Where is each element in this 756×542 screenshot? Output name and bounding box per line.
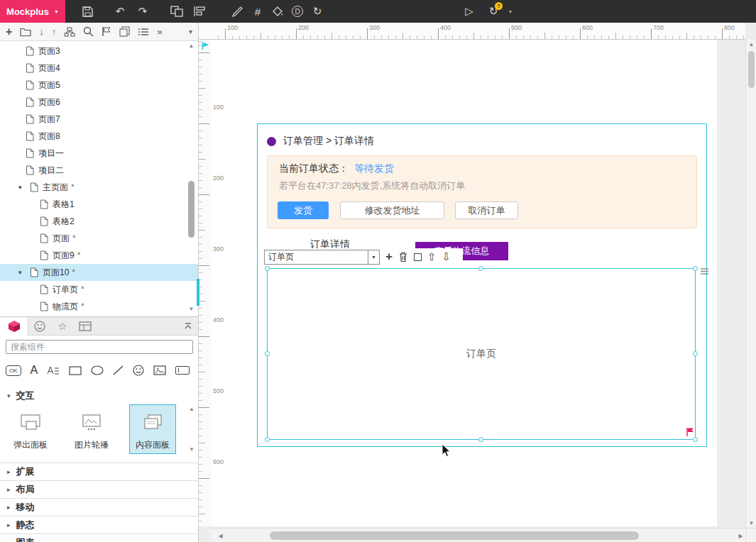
image-component[interactable]: [153, 365, 166, 375]
modify-address-button[interactable]: 修改发货地址: [340, 201, 444, 219]
list-view-button[interactable]: [138, 28, 149, 36]
resize-handle[interactable]: [478, 437, 483, 442]
duplicate-page-button[interactable]: [119, 26, 130, 37]
page-item-页面5[interactable]: 页面5: [0, 77, 198, 94]
page-item-页面7[interactable]: 页面7: [0, 111, 198, 128]
design-mode-button[interactable]: D: [288, 0, 307, 23]
redo-button[interactable]: ↷: [133, 0, 152, 23]
section-移动[interactable]: ▸移动: [0, 498, 198, 516]
component-image-carousel[interactable]: 图片轮播: [68, 404, 115, 454]
undo-button[interactable]: ↶: [111, 0, 129, 23]
move-state-down-button[interactable]: ⇩: [442, 250, 451, 263]
scrollbar-thumb[interactable]: [748, 51, 755, 88]
widget-menu-button[interactable]: [700, 267, 709, 278]
input-component[interactable]: [175, 366, 190, 375]
mockplus-logo-menu[interactable]: Mockplus ▼: [0, 0, 65, 23]
section-扩展[interactable]: ▸扩展: [0, 463, 198, 480]
scroll-left-icon[interactable]: ◀: [216, 529, 225, 542]
scrollbar-thumb[interactable]: [270, 531, 639, 540]
rotate-button[interactable]: ↻: [308, 0, 327, 23]
page-item-项目二[interactable]: 项目二: [0, 162, 198, 179]
move-state-up-button[interactable]: ⇧: [427, 250, 437, 263]
order-status-panel[interactable]: 当前订单状态：等待发货 若平台在47:37:28内发货,系统将自动取消订单 发货…: [267, 155, 697, 228]
page-item-项目一[interactable]: 项目一: [0, 145, 198, 162]
tab-favorites[interactable]: ☆: [51, 317, 74, 336]
rectangle-state-icon[interactable]: [414, 253, 422, 261]
scroll-down-icon[interactable]: ▼: [187, 446, 196, 453]
search-components-input[interactable]: [6, 340, 193, 354]
page-item-主页面[interactable]: ▾主页面*: [0, 179, 198, 196]
text-component[interactable]: A: [31, 364, 38, 377]
panel-page-select[interactable]: 订单页 ▼: [264, 250, 380, 265]
rectangle-component[interactable]: [69, 366, 82, 375]
content-panel-widget[interactable]: 订单页: [267, 268, 696, 440]
page-item-页面9[interactable]: 页面9*: [0, 247, 198, 264]
canvas-area[interactable]: 100200300400500600700800 100200300400500…: [199, 23, 756, 542]
resize-handle[interactable]: [693, 351, 698, 356]
flag-button[interactable]: [102, 26, 111, 37]
grid-button[interactable]: #: [248, 0, 267, 23]
cancel-order-button[interactable]: 取消订单: [455, 201, 518, 219]
scroll-up-icon[interactable]: ▲: [187, 43, 196, 51]
ok-button-component[interactable]: OK: [6, 365, 21, 376]
refresh-button[interactable]: ↻ ?: [484, 0, 503, 23]
scroll-up-icon[interactable]: ▲: [746, 40, 756, 49]
search-pages-button[interactable]: [83, 26, 94, 37]
section-interactive[interactable]: ▾ 交互: [0, 387, 198, 404]
page-item-物流页[interactable]: 物流页*: [0, 298, 198, 315]
tab-components[interactable]: [0, 317, 28, 336]
scrollbar-thumb[interactable]: [188, 181, 195, 238]
scroll-down-icon[interactable]: ▼: [187, 306, 196, 314]
save-button[interactable]: [78, 0, 97, 23]
resize-handle[interactable]: [693, 266, 698, 271]
page-item-页面10[interactable]: ▾页面10*: [0, 264, 198, 281]
move-up-button[interactable]: ↑: [52, 26, 57, 37]
resize-handle[interactable]: [478, 266, 483, 271]
resize-handle[interactable]: [265, 266, 270, 271]
emoji-component[interactable]: [133, 365, 144, 376]
group-button[interactable]: [168, 0, 186, 23]
status-value-link[interactable]: 等待发货: [354, 162, 394, 174]
more-tools-button[interactable]: »: [157, 26, 162, 37]
format-painter-button[interactable]: [229, 0, 247, 23]
ship-button[interactable]: 发货: [278, 201, 329, 219]
dropdown-caret-icon[interactable]: ▼: [368, 250, 379, 264]
add-folder-button[interactable]: [20, 27, 31, 37]
preview-options-button[interactable]: ▼: [501, 0, 520, 23]
interaction-flag-icon[interactable]: [686, 427, 694, 439]
scroll-up-icon[interactable]: ▲: [187, 406, 196, 412]
page-item-订单页[interactable]: 订单页*: [0, 281, 198, 298]
page-item-表格2[interactable]: 表格2: [0, 213, 198, 230]
tree-view-button[interactable]: [64, 27, 75, 37]
ellipse-component[interactable]: [91, 365, 104, 375]
section-布局[interactable]: ▸布局: [0, 480, 198, 498]
component-popup-panel[interactable]: 弹出面板: [7, 404, 54, 454]
page-item-页面3[interactable]: 页面3: [0, 43, 198, 60]
align-button[interactable]: [190, 0, 209, 23]
collapse-panel-button[interactable]: ▾: [189, 28, 192, 35]
add-page-button[interactable]: +: [6, 26, 12, 38]
collapse-components-button[interactable]: [184, 317, 192, 336]
fill-button[interactable]: [268, 0, 287, 23]
panel-divider-handle[interactable]: [197, 279, 199, 306]
page-item-页面8[interactable]: 页面8: [0, 128, 198, 145]
page-item-页面6[interactable]: 页面6: [0, 94, 198, 111]
delete-state-button[interactable]: [398, 251, 408, 262]
scroll-right-icon[interactable]: ▶: [736, 529, 745, 542]
page-start-marker-icon[interactable]: [202, 42, 209, 52]
expand-caret-icon[interactable]: ▾: [18, 269, 22, 276]
page-item-页面[interactable]: 页面*: [0, 230, 198, 247]
add-state-button[interactable]: +: [385, 250, 393, 264]
move-down-button[interactable]: ↓: [39, 26, 44, 37]
section-静态[interactable]: ▸静态: [0, 516, 198, 533]
expand-caret-icon[interactable]: ▾: [18, 184, 22, 191]
design-breadcrumb[interactable]: 订单管理 > 订单详情: [267, 135, 374, 148]
resize-handle[interactable]: [265, 437, 270, 442]
page-item-表格1[interactable]: 表格1: [0, 196, 198, 213]
resize-handle[interactable]: [265, 351, 270, 356]
section-图表[interactable]: ▸图表: [0, 533, 198, 542]
tab-icons[interactable]: [28, 317, 51, 336]
tab-my-widgets[interactable]: [74, 317, 97, 336]
line-component[interactable]: [113, 365, 124, 375]
paragraph-component[interactable]: [47, 365, 60, 375]
